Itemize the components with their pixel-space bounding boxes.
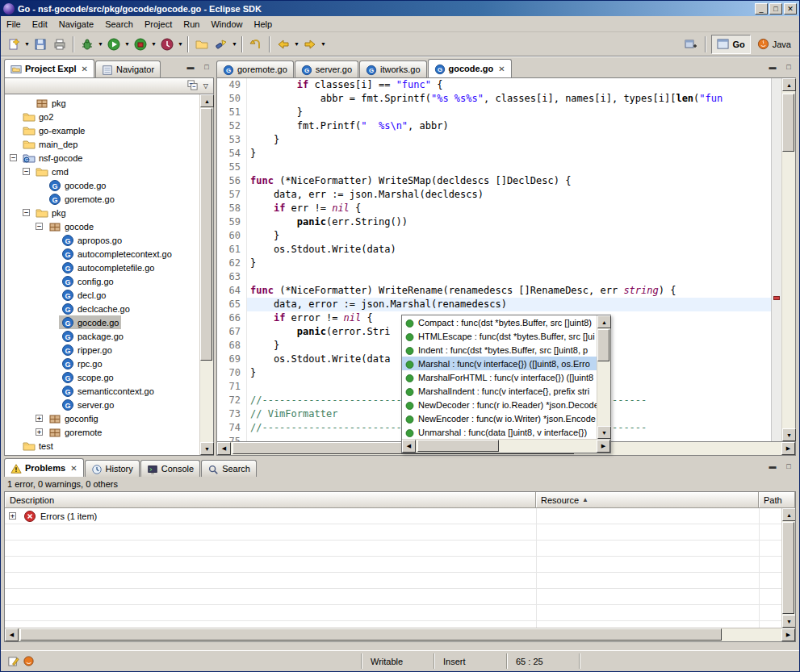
popup-vertical-scrollbar[interactable]: ▲ ▼ (597, 315, 610, 439)
completion-item[interactable]: Unmarshal : func(data []uint8, v interfa… (402, 425, 597, 439)
tree-item-go-example[interactable]: go-example (5, 123, 199, 137)
tree-item-goremote-go[interactable]: Ggoremote.go (5, 192, 199, 206)
tree-item-semanticcontext-go[interactable]: Gsemanticcontext.go (5, 384, 199, 398)
minimize-view-icon[interactable]: ▬ (765, 62, 780, 74)
menu-search[interactable]: Search (99, 17, 139, 31)
editor-scrollbar-thumb[interactable] (782, 94, 794, 152)
perspective-java-button[interactable]: Java (752, 35, 796, 54)
tab-console[interactable]: Console (140, 460, 200, 477)
scroll-down-icon[interactable]: ▼ (782, 615, 795, 628)
tree-item-cmd[interactable]: −cmd (5, 165, 199, 178)
completion-item[interactable]: MarshalIndent : func(v interface{}, pref… (402, 384, 597, 398)
completion-item[interactable]: HTMLEscape : func(dst *bytes.Buffer, src… (402, 329, 597, 343)
problems-scrollbar-thumb[interactable] (782, 522, 794, 614)
code-line-57[interactable]: 57 data, err := json.Marshal(decldescs) (217, 188, 771, 202)
maximize-view-icon[interactable]: □ (781, 62, 796, 74)
code-line-55[interactable]: 55 (217, 161, 771, 174)
open-resource-button[interactable] (192, 35, 212, 53)
debug-button[interactable] (77, 35, 97, 53)
completion-item[interactable]: Indent : func(dst *bytes.Buffer, src []u… (402, 343, 597, 357)
tree-item-main-dep[interactable]: main_dep (5, 137, 199, 151)
tree-item-ripper-go[interactable]: Gripper.go (5, 343, 199, 357)
tree-item-gocode-go[interactable]: Ggocode.go (5, 315, 199, 329)
popup-scrollbar-thumb[interactable] (597, 329, 609, 361)
menu-run[interactable]: Run (178, 17, 205, 31)
collapse-all-icon[interactable] (186, 79, 199, 93)
search-dropdown-icon[interactable]: ▼ (231, 35, 238, 53)
completion-item[interactable]: Marshal : func(v interface{}) ([]uint8, … (402, 357, 597, 370)
tree-item-pkg[interactable]: pkg (5, 96, 199, 110)
tree-item-nsf-gocode[interactable]: −Gnsf-gocode (5, 151, 199, 165)
code-line-61[interactable]: 61 os.Stdout.Write(data) (217, 243, 771, 257)
editor-tab-server-go[interactable]: Gserver.go (295, 61, 358, 77)
last-edit-location-button[interactable] (246, 35, 266, 53)
restore-window-button[interactable]: □ (769, 3, 782, 15)
view-menu-icon[interactable]: ▽ (203, 82, 208, 90)
scroll-right-icon[interactable]: ▶ (781, 628, 795, 641)
tree-item-pkg[interactable]: −pkg (5, 206, 199, 219)
close-tab-icon[interactable]: ✕ (70, 464, 77, 473)
popup-hscrollbar-thumb[interactable] (417, 440, 499, 452)
scroll-down-icon[interactable]: ▼ (597, 426, 611, 439)
problems-horizontal-scrollbar[interactable]: ◀ ▶ (5, 628, 795, 641)
collapse-icon[interactable]: − (10, 154, 17, 161)
column-header-path[interactable]: Path (759, 492, 795, 508)
problems-row[interactable]: +Errors (1 item) (5, 508, 781, 524)
close-tab-icon[interactable]: ✕ (82, 65, 88, 73)
scroll-left-icon[interactable]: ◀ (402, 440, 416, 453)
tree-item-gocode[interactable]: −gocode (5, 219, 199, 233)
tree-item-test[interactable]: test (5, 439, 199, 453)
tree-item-autocompletefile-go[interactable]: Gautocompletefile.go (5, 261, 199, 274)
pencil-icon[interactable] (7, 655, 19, 667)
tree-vertical-scrollbar[interactable]: ▲ ▼ (199, 94, 213, 455)
tab-navigator[interactable]: Navigator (95, 61, 161, 77)
scroll-down-icon[interactable]: ▼ (200, 442, 214, 455)
menu-edit[interactable]: Edit (27, 17, 53, 31)
collapse-icon[interactable]: − (23, 168, 30, 175)
tab-search[interactable]: Search (201, 460, 257, 477)
code-line-52[interactable]: 52 fmt.Printf(" %s\n", abbr) (217, 119, 771, 133)
menu-file[interactable]: File (1, 17, 27, 31)
tree-item-autocompletecontext-go[interactable]: Gautocompletecontext.go (5, 247, 199, 261)
code-line-51[interactable]: 51 } (217, 106, 771, 119)
code-line-56[interactable]: 56func (*NiceFormatter) WriteSMap(declde… (217, 174, 771, 188)
forward-button[interactable] (300, 35, 320, 53)
scroll-up-icon[interactable]: ▲ (782, 78, 796, 91)
external-tools-button[interactable] (131, 35, 150, 53)
tree-item-scope-go[interactable]: Gscope.go (5, 370, 199, 384)
editor-tab-gocode-go[interactable]: Ggocode.go✕ (428, 59, 512, 77)
new-wizard-dropdown-icon[interactable]: ▼ (23, 35, 31, 53)
search-toolbar-button[interactable] (212, 35, 231, 53)
expand-icon[interactable]: + (9, 512, 16, 520)
scroll-up-icon[interactable]: ▲ (782, 508, 795, 521)
menu-window[interactable]: Window (205, 17, 248, 31)
editor-tab-itworks-go[interactable]: Gitworks.go (359, 61, 427, 77)
menu-project[interactable]: Project (139, 17, 178, 31)
tree-item-apropos-go[interactable]: Gapropos.go (5, 233, 199, 247)
editor-tab-goremote-go[interactable]: Ggoremote.go (216, 61, 294, 77)
tree-item-config-go[interactable]: Gconfig.go (5, 274, 199, 288)
column-header-description[interactable]: Description (5, 492, 536, 508)
run-dropdown-icon[interactable]: ▼ (124, 35, 131, 53)
open-perspective-button[interactable] (681, 35, 700, 53)
completion-item[interactable]: MarshalForHTML : func(v interface{}) ([]… (402, 370, 597, 384)
scroll-up-icon[interactable]: ▲ (200, 94, 214, 107)
editor-vertical-scrollbar[interactable]: ▲ ▼ (781, 78, 795, 441)
menu-navigate[interactable]: Navigate (53, 17, 99, 31)
close-tab-icon[interactable]: ✕ (498, 65, 505, 73)
tree-item-rpc-go[interactable]: Grpc.go (5, 357, 199, 370)
print-button[interactable] (50, 35, 69, 53)
scroll-left-icon[interactable]: ◀ (217, 442, 231, 455)
tree-item-decl-go[interactable]: Gdecl.go (5, 288, 199, 302)
code-line-59[interactable]: 59 panic(err.String()) (217, 215, 771, 229)
tree-item-declcache-go[interactable]: Gdeclcache.go (5, 302, 199, 315)
save-button[interactable] (31, 35, 50, 53)
problems-hscrollbar-thumb[interactable] (20, 628, 722, 641)
tree-item-goremote[interactable]: +goremote (5, 425, 199, 439)
code-line-60[interactable]: 60 } (217, 229, 771, 243)
code-line-62[interactable]: 62} (217, 257, 771, 270)
profile-button[interactable] (157, 35, 177, 53)
code-line-63[interactable]: 63 (217, 270, 771, 284)
back-dropdown-icon[interactable]: ▼ (293, 35, 300, 53)
error-marker-icon[interactable] (773, 296, 780, 300)
